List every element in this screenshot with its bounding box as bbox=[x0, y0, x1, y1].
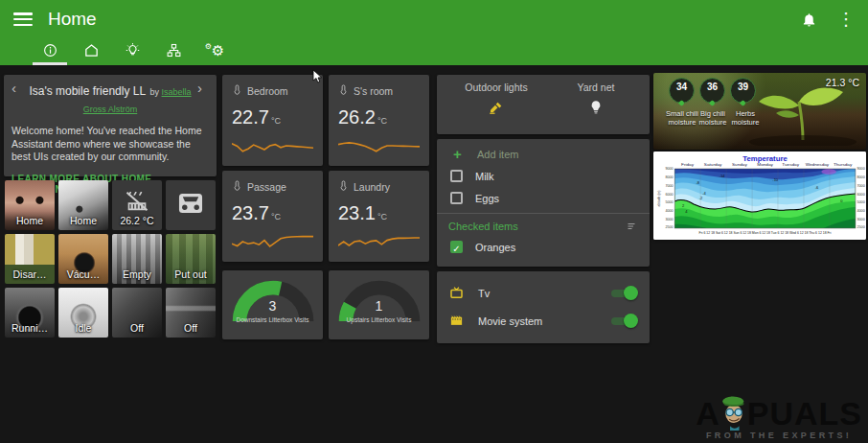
toggle-tv[interactable] bbox=[609, 286, 638, 300]
camera-tile-home-2[interactable]: Home bbox=[58, 180, 108, 230]
svg-text:8000: 8000 bbox=[665, 175, 673, 179]
add-item-row[interactable]: + Add item bbox=[437, 143, 650, 165]
sensor-name: Passage bbox=[247, 181, 286, 193]
brand-letters: PUALS bbox=[747, 399, 862, 429]
svg-text:Fri 6 12 18 Sat 6 12 18 Sun 6: Fri 6 12 18 Sat 6 12 18 Sun 6 12 18 Mon … bbox=[699, 232, 832, 236]
moisture-value: 36 bbox=[700, 82, 724, 92]
sensor-card-laundry[interactable]: Laundry 23.1°C bbox=[329, 171, 429, 262]
gauge-value: 3 bbox=[222, 298, 323, 314]
garden-picture-card[interactable]: 34 36 39 Small chili moisture Big chili … bbox=[653, 73, 866, 150]
svg-text:5000: 5000 bbox=[665, 201, 673, 205]
tab-settings[interactable]: ⚙⚙ bbox=[197, 38, 232, 65]
history-sparkline bbox=[232, 135, 313, 156]
moisture-label: Herbs moisture bbox=[724, 109, 766, 128]
checkbox-oranges-checked[interactable]: ✓ bbox=[450, 241, 463, 253]
toggle-thumb bbox=[624, 314, 638, 328]
glance-item-outdoor-lights[interactable]: Outdoor lights bbox=[448, 82, 544, 120]
svg-text:-6: -6 bbox=[815, 186, 819, 190]
checkbox-eggs[interactable] bbox=[450, 192, 463, 204]
glance-card-lights: Outdoor lights Yard net bbox=[437, 75, 650, 134]
tile-state-label: Vácu… bbox=[58, 268, 108, 280]
svg-text:-2: -2 bbox=[699, 197, 703, 200]
svg-text:2500: 2500 bbox=[857, 225, 865, 229]
mascot-icon bbox=[719, 394, 749, 431]
climate-tile-radiator-off[interactable]: 26.2 °C bbox=[112, 180, 162, 230]
car-tile[interactable] bbox=[166, 180, 216, 230]
intro-card: ‹ Isa's mobile friendly LL by Isabella G… bbox=[4, 75, 217, 176]
dryer-tile[interactable]: Idle bbox=[58, 288, 108, 338]
history-sparkline bbox=[232, 231, 313, 252]
meteogram-chart: Temperature Friday Saturday Sunday Monda… bbox=[653, 152, 866, 240]
tab-lights[interactable] bbox=[115, 38, 149, 65]
sensor-card-ss-room[interactable]: S's room 26.2°C bbox=[329, 75, 429, 166]
sensor-unit: °C bbox=[271, 212, 281, 222]
moisture-badge-herbs[interactable]: 39 bbox=[730, 78, 756, 104]
clear-completed-icon[interactable] bbox=[625, 221, 638, 232]
prev-arrow-icon[interactable]: ‹ bbox=[11, 82, 23, 95]
sensor-card-bedroom[interactable]: Bedroom 22.7°C bbox=[222, 75, 323, 166]
sensor-value: 22.7 bbox=[232, 106, 269, 128]
next-arrow-icon[interactable]: › bbox=[197, 82, 209, 95]
bins-put-out-tile[interactable]: Put out bbox=[166, 234, 216, 284]
camera-tile-home-1[interactable]: Home bbox=[5, 180, 55, 230]
tv-scene-tile[interactable]: Off bbox=[112, 288, 162, 338]
temperature-meteogram-card[interactable]: Temperature Friday Saturday Sunday Monda… bbox=[653, 152, 866, 240]
tab-info[interactable] bbox=[33, 38, 67, 65]
history-sparkline bbox=[338, 231, 420, 252]
view-tabbar: ⚙⚙ bbox=[0, 38, 868, 65]
water-drop-icon bbox=[709, 100, 716, 106]
svg-text:2: 2 bbox=[682, 204, 684, 208]
tile-state-label: Off bbox=[112, 322, 162, 334]
svg-text:Thursday: Thursday bbox=[834, 163, 853, 168]
menu-icon[interactable] bbox=[13, 12, 33, 26]
sensor-card-passage[interactable]: Passage 23.7°C bbox=[222, 171, 323, 262]
glance-item-yard-net[interactable]: Yard net bbox=[548, 82, 644, 120]
glance-label: Outdoor lights bbox=[448, 82, 544, 93]
thermometer-icon bbox=[232, 83, 242, 98]
toggle-movie-system[interactable] bbox=[609, 314, 638, 328]
car-icon bbox=[173, 187, 208, 223]
washer-tile[interactable]: Runni… bbox=[5, 288, 55, 338]
svg-text:Monday: Monday bbox=[757, 163, 773, 168]
scene-off-tile[interactable]: Off bbox=[166, 288, 216, 338]
moisture-badge-big-chili[interactable]: 36 bbox=[699, 78, 725, 104]
intro-title: Isa's mobile friendly LL bbox=[29, 84, 146, 98]
tab-network[interactable] bbox=[156, 38, 191, 65]
sensor-name: S's room bbox=[354, 85, 393, 97]
plant-metric: moisture bbox=[699, 118, 727, 127]
svg-text:9000: 9000 bbox=[665, 168, 673, 172]
notifications-bell-icon[interactable] bbox=[797, 8, 820, 31]
television-icon bbox=[448, 286, 465, 300]
plant-name: Big chili bbox=[700, 109, 725, 118]
sensor-unit: °C bbox=[271, 116, 281, 126]
watermark-brand: A PUALS bbox=[696, 394, 862, 429]
checkbox-milk[interactable] bbox=[450, 170, 463, 182]
entity-row-movie-system: Movie system bbox=[448, 307, 638, 335]
svg-text:altitude (m): altitude (m) bbox=[657, 191, 661, 207]
shopping-list-card: + Add item Milk Eggs Checked items ✓ Ora… bbox=[437, 139, 650, 267]
picture-tiles-grid: Home Home 26.2 °C Disar… Vácu… Empty Put bbox=[5, 180, 216, 338]
tile-state-label: Home bbox=[58, 215, 108, 226]
moisture-badge-small-chili[interactable]: 34 bbox=[669, 78, 695, 104]
checked-items-header: Checked items bbox=[448, 221, 625, 232]
overflow-menu-icon[interactable]: ⋮ bbox=[837, 11, 855, 28]
bins-empty-tile[interactable]: Empty bbox=[112, 234, 162, 284]
svg-text:7000: 7000 bbox=[665, 184, 673, 188]
item-label: Eggs bbox=[475, 193, 499, 204]
appuals-watermark: A PUALS FROM THE EXPERTS! bbox=[696, 394, 862, 440]
svg-text:Wednesday: Wednesday bbox=[806, 163, 830, 168]
svg-text:5000: 5000 bbox=[857, 201, 865, 205]
thermometer-icon bbox=[232, 179, 242, 194]
svg-text:4000: 4000 bbox=[857, 209, 865, 213]
tab-home[interactable] bbox=[74, 38, 108, 65]
water-drop-icon bbox=[678, 100, 685, 106]
history-sparkline bbox=[338, 135, 420, 156]
alarm-tile[interactable]: Disar… bbox=[5, 234, 55, 284]
svg-text:Tuesday: Tuesday bbox=[782, 163, 799, 168]
gauge-card-upstairs-litterbox: 1 Upstairs Litterbox Visits bbox=[329, 270, 429, 339]
vacuum-tile[interactable]: Vácu… bbox=[58, 234, 108, 284]
moisture-value: 39 bbox=[731, 82, 755, 92]
tile-state-label: Runni… bbox=[5, 322, 55, 334]
movie-icon bbox=[448, 314, 465, 328]
svg-text:0: 0 bbox=[840, 199, 842, 203]
